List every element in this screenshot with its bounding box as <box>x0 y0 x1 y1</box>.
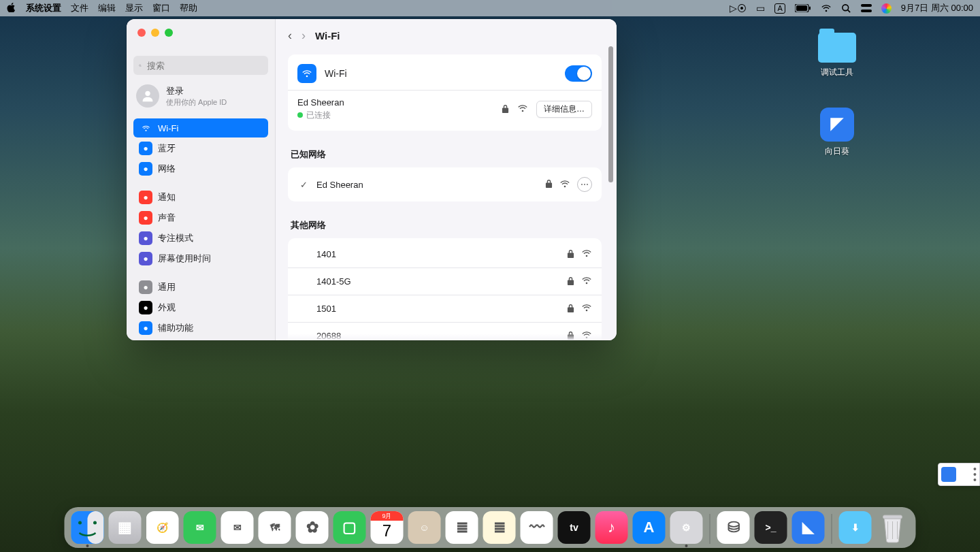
desktop-app-label: 向日葵 <box>825 146 849 157</box>
dock: ▦🧭✉︎✉︎🗺✿▢9月7☺︎≣≣〰tv♪A⚙︎⛁>_◣⬇︎ <box>65 507 916 548</box>
apple-menu[interactable] <box>7 3 16 14</box>
scrollbar-thumb[interactable] <box>608 46 613 182</box>
search-input[interactable] <box>146 60 263 71</box>
menu-window[interactable]: 窗口 <box>152 2 170 14</box>
sidebar-item-controlcenter[interactable]: ●控制中心 <box>133 339 268 340</box>
status-spotlight-icon[interactable] <box>841 3 851 14</box>
dock-app-appletv[interactable]: tv <box>558 511 591 544</box>
status-screenmirror-icon[interactable]: ▭ <box>756 3 765 14</box>
more-icon[interactable]: ••• <box>973 467 977 482</box>
desktop-app-sunlogin[interactable]: 向日葵 <box>810 108 864 157</box>
network-name: 1501 <box>316 304 560 314</box>
sidebar-glyph-icon: ● <box>139 191 152 204</box>
search-field[interactable] <box>133 56 268 75</box>
content-body[interactable]: Wi-Fi Ed Sheeran 已连接 <box>276 52 617 340</box>
dock-app-finder[interactable] <box>71 511 104 544</box>
fullscreen-button[interactable] <box>165 29 173 37</box>
dock-app-facetime[interactable]: ▢ <box>333 511 366 544</box>
sidebar-item-sound[interactable]: ●声音 <box>133 208 268 227</box>
sidebar-item-focus[interactable]: ●专注模式 <box>133 229 268 248</box>
dock-app-calendar[interactable]: 9月7 <box>371 511 404 544</box>
wifi-toggle[interactable] <box>565 65 592 82</box>
network-row[interactable]: 1501 <box>288 295 602 322</box>
sidebar-item-notifications[interactable]: ●通知 <box>133 188 268 207</box>
dock-app-safari[interactable]: 🧭 <box>146 511 179 544</box>
sidebar-glyph-icon: ● <box>139 280 152 294</box>
dock-glyph-icon: ✉︎ <box>196 522 204 533</box>
dock-app-reminders[interactable]: ≣ <box>446 511 478 544</box>
nav-forward-button[interactable]: › <box>301 29 306 43</box>
network-row[interactable]: ✓Ed Sheeran⋯ <box>288 170 602 199</box>
menu-edit[interactable]: 编辑 <box>98 2 116 14</box>
status-controlcenter-icon[interactable] <box>861 3 872 13</box>
dock-app-freeform[interactable]: 〰 <box>521 511 553 544</box>
status-screencast-icon[interactable]: ▷⦿ <box>730 3 747 14</box>
menu-help[interactable]: 帮助 <box>180 2 197 14</box>
account-subtitle: 使用你的 Apple ID <box>166 97 227 108</box>
status-wifi-icon[interactable] <box>821 3 832 14</box>
svg-rect-1 <box>796 5 807 11</box>
sidebar-item-label: 通用 <box>158 281 176 293</box>
dock-app-sunlogin[interactable]: ◣ <box>792 511 825 544</box>
status-clock[interactable]: 9月7日 周六 00:00 <box>901 2 973 14</box>
sidebar-glyph-icon: ● <box>139 252 152 265</box>
dock-glyph-icon: ◣ <box>802 519 814 536</box>
dock-app-downloads[interactable]: ⬇︎ <box>839 511 872 544</box>
svg-point-6 <box>140 65 141 66</box>
close-button[interactable] <box>137 29 146 37</box>
dock-app-mail[interactable]: ✉︎ <box>221 511 254 544</box>
dock-app-diskutility[interactable]: ⛁ <box>717 511 750 544</box>
sunlogin-floater[interactable]: ••• <box>938 463 980 486</box>
sidebar-item-bluetooth[interactable]: ●蓝牙 <box>133 139 268 158</box>
dock-app-messages[interactable]: ✉︎ <box>184 511 216 544</box>
network-name: Ed Sheeran <box>316 180 538 190</box>
network-row[interactable]: 1401-5G <box>288 267 602 295</box>
dock-trash[interactable] <box>877 511 909 544</box>
dock-app-settings[interactable]: ⚙︎ <box>670 511 703 544</box>
nav-back-button[interactable]: ‹ <box>288 29 292 43</box>
minimize-button[interactable] <box>151 29 159 37</box>
connected-label: 已连接 <box>306 110 331 120</box>
sunlogin-floater-icon <box>941 467 956 482</box>
desktop-folder-debug[interactable]: 调试工具 <box>810 33 864 78</box>
lock-icon <box>567 249 574 260</box>
details-button[interactable]: 详细信息… <box>536 101 592 118</box>
account-row[interactable]: 登录 使用你的 Apple ID <box>127 82 275 117</box>
menu-app-name[interactable]: 系统设置 <box>26 2 61 14</box>
wifi-signal-icon <box>581 302 592 315</box>
status-input-icon[interactable]: A <box>774 3 785 14</box>
status-battery-icon[interactable] <box>795 4 811 12</box>
dock-app-contacts[interactable]: ☺︎ <box>408 511 441 544</box>
sidebar-item-accessibility[interactable]: ●辅助功能 <box>133 319 268 338</box>
desktop-folder-label: 调试工具 <box>821 67 853 78</box>
dock-app-music[interactable]: ♪ <box>595 511 628 544</box>
menu-view[interactable]: 显示 <box>125 2 143 14</box>
more-button[interactable]: ⋯ <box>577 177 592 192</box>
dock-app-notes[interactable]: ≣ <box>483 511 516 544</box>
scrollbar[interactable] <box>606 39 615 336</box>
account-title: 登录 <box>166 85 227 97</box>
dock-app-appstore[interactable]: A <box>633 511 666 544</box>
status-siri-icon[interactable] <box>881 3 892 14</box>
sidebar-item-wifi[interactable]: Wi-Fi <box>133 118 268 137</box>
avatar-icon <box>136 84 159 108</box>
network-row[interactable]: 1401 <box>288 241 602 267</box>
apple-icon <box>7 3 16 12</box>
sidebar-item-label: 通知 <box>158 191 176 204</box>
sidebar-glyph-icon: ● <box>139 142 152 155</box>
sidebar-item-screentime[interactable]: ●屏幕使用时间 <box>133 249 268 268</box>
sidebar-item-appearance[interactable]: ●外观 <box>133 298 268 317</box>
dock-app-photos[interactable]: ✿ <box>296 511 329 544</box>
svg-point-11 <box>93 521 97 525</box>
dock-app-maps[interactable]: 🗺 <box>259 511 291 544</box>
network-row[interactable]: 20688 <box>288 322 602 340</box>
sidebar-item-network[interactable]: ●网络 <box>133 159 268 178</box>
sidebar-item-label: Wi-Fi <box>158 123 178 133</box>
sidebar-item-general[interactable]: ●通用 <box>133 278 268 297</box>
sidebar-list[interactable]: Wi-Fi●蓝牙●网络 ●通知●声音●专注模式●屏幕使用时间 ●通用●外观●辅助… <box>127 117 275 340</box>
svg-point-10 <box>78 521 82 525</box>
dock-app-terminal[interactable]: >_ <box>755 511 787 544</box>
menu-file[interactable]: 文件 <box>71 2 88 14</box>
sidebar: 登录 使用你的 Apple ID Wi-Fi●蓝牙●网络 ●通知●声音●专注模式… <box>127 19 276 340</box>
dock-app-launchpad[interactable]: ▦ <box>109 511 142 544</box>
